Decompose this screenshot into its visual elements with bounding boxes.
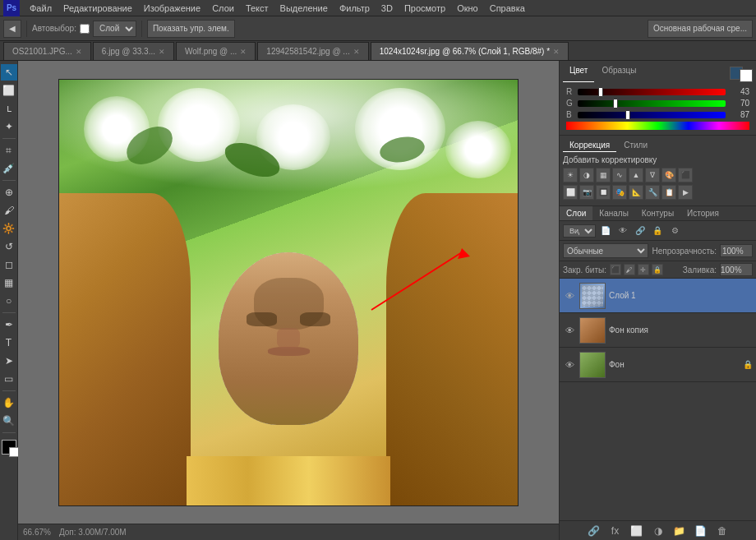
layer-eye-3[interactable]: 👁 xyxy=(563,358,576,372)
tool-heal[interactable]: ⊕ xyxy=(1,184,17,201)
opacity-input[interactable] xyxy=(720,244,753,257)
bg-color-swatch[interactable] xyxy=(740,69,753,82)
workspace-btn[interactable]: Основная рабочая сре... xyxy=(648,20,753,38)
layers-link-btn[interactable]: 🔗 xyxy=(587,524,602,538)
layers-group-btn[interactable]: 📁 xyxy=(672,524,687,538)
r-thumb[interactable] xyxy=(598,87,603,97)
tool-select-rect[interactable]: ⬜ xyxy=(1,82,17,99)
lock-all[interactable]: 🔒 xyxy=(652,264,663,275)
tab-close[interactable]: ✕ xyxy=(76,48,82,56)
layers-tb-lock[interactable]: 🔒 xyxy=(650,224,665,238)
g-thumb[interactable] xyxy=(613,99,618,108)
corr-posterize[interactable]: 🔧 xyxy=(645,185,660,200)
corr-levels[interactable]: ▦ xyxy=(596,168,611,182)
layers-tab-paths[interactable]: Контуры xyxy=(635,206,680,220)
tool-crop[interactable]: ⌗ xyxy=(1,142,17,159)
corr-invert[interactable]: 📐 xyxy=(629,185,643,200)
corr-exposure[interactable]: ▲ xyxy=(629,168,643,182)
tool-magic-wand[interactable]: ✦ xyxy=(1,118,17,135)
layer-item-2[interactable]: 👁 Фон копия xyxy=(560,313,756,348)
menu-select[interactable]: Выделение xyxy=(275,2,333,15)
show-controls-btn[interactable]: Показать упр. элем. xyxy=(147,20,235,38)
foreground-color[interactable] xyxy=(2,440,16,455)
layers-tb-new[interactable]: 📄 xyxy=(598,224,613,238)
corr-channelmix[interactable]: 🔲 xyxy=(596,185,611,200)
swatches-tab[interactable]: Образцы xyxy=(595,64,643,82)
color-tab[interactable]: Цвет xyxy=(563,64,594,82)
lock-position[interactable]: ✛ xyxy=(638,264,649,275)
tab-6jpg[interactable]: 6.jpg @ 33.3... ✕ xyxy=(93,42,174,60)
layer-eye-1[interactable]: 👁 xyxy=(563,289,576,302)
layers-delete-btn[interactable]: 🗑 xyxy=(715,524,730,538)
corr-vibrance[interactable]: ∇ xyxy=(645,168,660,182)
canvas-wrapper[interactable] xyxy=(18,61,559,524)
tool-history[interactable]: ↺ xyxy=(1,238,17,255)
lock-image[interactable]: 🖌 xyxy=(624,264,635,275)
b-thumb[interactable] xyxy=(625,110,630,120)
corr-curves[interactable]: ∿ xyxy=(612,168,627,182)
layers-mask-btn[interactable]: ⬜ xyxy=(629,524,644,538)
corr-hue[interactable]: 🎨 xyxy=(662,168,676,182)
layers-new-btn[interactable]: 📄 xyxy=(694,524,708,538)
menu-window[interactable]: Окно xyxy=(452,2,483,15)
menu-image[interactable]: Изображение xyxy=(139,2,205,15)
menu-edit[interactable]: Редактирование xyxy=(58,2,137,15)
tab-1024[interactable]: 1024x1024sr.jpg @ 66.7% (Слой 1, RGB/8#)… xyxy=(371,42,569,60)
corr-brightness[interactable]: ☀ xyxy=(563,168,578,182)
blend-mode-select[interactable]: Обычные xyxy=(563,243,648,258)
layer-select[interactable]: Слой xyxy=(93,21,136,37)
layers-tb-settings[interactable]: ⚙ xyxy=(667,224,682,238)
tab-os21001[interactable]: OS21001.JPG... ✕ xyxy=(3,42,91,60)
menu-layers[interactable]: Слои xyxy=(207,2,239,15)
layers-tb-link[interactable]: 🔗 xyxy=(633,224,648,238)
layers-tb-eye[interactable]: 👁 xyxy=(615,224,630,238)
tab-close[interactable]: ✕ xyxy=(353,48,360,56)
r-slider[interactable] xyxy=(578,89,726,95)
b-slider[interactable] xyxy=(578,112,726,118)
corr-colorlookup[interactable]: 🎭 xyxy=(612,185,627,200)
layer-item-1[interactable]: 👁 Слой 1 xyxy=(560,279,756,313)
background-color[interactable] xyxy=(9,447,19,457)
menu-file[interactable]: Файл xyxy=(25,2,57,15)
canvas[interactable] xyxy=(58,79,519,506)
menu-text[interactable]: Текст xyxy=(241,2,274,15)
tool-dodge[interactable]: ○ xyxy=(1,293,17,309)
fill-input[interactable] xyxy=(720,263,753,276)
correction-tab[interactable]: Коррекция xyxy=(563,139,616,152)
toolbar-back-btn[interactable]: ◀ xyxy=(3,20,21,38)
tool-eraser[interactable]: ◻ xyxy=(1,256,17,273)
tool-gradient[interactable]: ▦ xyxy=(1,275,17,291)
menu-view[interactable]: Просмотр xyxy=(399,2,450,15)
color-strip[interactable] xyxy=(566,122,749,130)
tool-zoom[interactable]: 🔍 xyxy=(1,413,17,429)
tool-clone[interactable]: 🔆 xyxy=(1,220,17,237)
menu-3d[interactable]: 3D xyxy=(376,2,398,15)
tool-shape[interactable]: ▭ xyxy=(1,371,17,387)
tab-close[interactable]: ✕ xyxy=(159,48,165,56)
tool-path[interactable]: ➤ xyxy=(1,353,17,369)
corr-threshold[interactable]: 📋 xyxy=(662,185,676,200)
layers-tab-history[interactable]: История xyxy=(680,206,726,220)
corr-bw[interactable]: ⬜ xyxy=(563,185,578,200)
menu-help[interactable]: Справка xyxy=(485,2,530,15)
tab-12942[interactable]: 12942581542.jpg @ ... ✕ xyxy=(257,42,368,60)
g-slider[interactable] xyxy=(578,100,726,107)
tool-brush[interactable]: 🖌 xyxy=(1,202,17,219)
layers-adj-btn[interactable]: ◑ xyxy=(651,524,666,538)
layer-item-3[interactable]: 👁 Фон 🔒 xyxy=(560,348,756,382)
tool-move[interactable]: ↖ xyxy=(1,64,17,81)
corr-gradient-map[interactable]: ▶ xyxy=(678,185,693,200)
corr-colorbalance[interactable]: ⬛ xyxy=(678,168,693,182)
menu-filter[interactable]: Фильтр xyxy=(334,2,375,15)
autofill-checkbox[interactable] xyxy=(80,24,90,34)
layers-tab-channels[interactable]: Каналы xyxy=(592,206,635,220)
tool-hand[interactable]: ✋ xyxy=(1,395,17,411)
lock-pixels[interactable]: ⬛ xyxy=(610,264,621,275)
corr-photo[interactable]: 📷 xyxy=(579,185,594,200)
layers-fx-btn[interactable]: fx xyxy=(608,524,623,538)
tab-close[interactable]: ✕ xyxy=(553,48,560,56)
tool-pen[interactable]: ✒ xyxy=(1,316,17,333)
tab-wolf[interactable]: Wolf.png @ ... ✕ xyxy=(176,42,256,60)
tool-eyedropper[interactable]: 💉 xyxy=(1,160,17,177)
tab-close[interactable]: ✕ xyxy=(240,48,247,56)
